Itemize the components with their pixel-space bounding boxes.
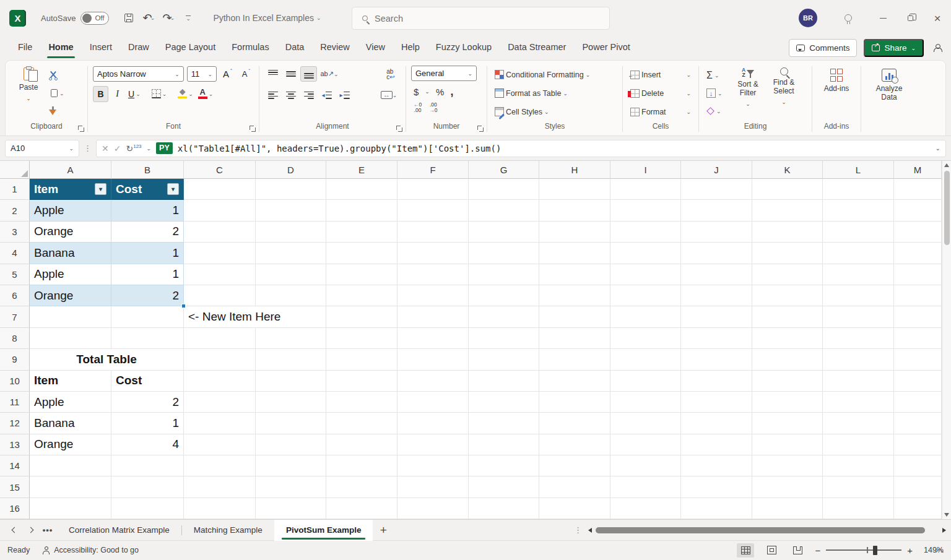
cell-A1[interactable]: Item▾ [30,179,111,200]
cell-G10[interactable] [469,371,539,392]
cell-E13[interactable] [326,434,397,455]
cell-E12[interactable] [326,413,397,434]
cell-I16[interactable] [610,498,681,519]
cell-I14[interactable] [610,455,681,476]
cell-D4[interactable] [256,243,326,264]
ribbon-tab-data-streamer[interactable]: Data Streamer [500,36,574,60]
redo-button[interactable]: ↷⌄ [160,9,177,27]
orientation-button[interactable]: ab↗⌄ [318,66,341,82]
row-header-6[interactable]: 6 [0,285,30,306]
cell-J10[interactable] [681,371,752,392]
number-format-select[interactable]: General⌄ [411,66,477,81]
cell-H8[interactable] [539,328,610,349]
cell-B1[interactable]: Cost▾ [111,179,184,200]
row-header-3[interactable]: 3 [0,222,30,243]
cell-J6[interactable] [681,285,752,306]
bold-button[interactable]: B [93,86,108,102]
insert-cells-button[interactable]: ←Insert⌄ [628,66,693,83]
ribbon-tab-help[interactable]: Help [393,36,428,60]
autosave-toggle[interactable]: Off [80,12,109,25]
cell-C15[interactable] [184,476,256,498]
cell-H9[interactable] [539,349,610,370]
cell-M2[interactable] [894,200,942,221]
row-header-4[interactable]: 4 [0,243,30,264]
cell-I15[interactable] [610,476,681,498]
cell-G4[interactable] [469,243,539,264]
cell-E1[interactable] [326,179,397,200]
excel-app-icon[interactable]: X [9,10,26,27]
formula-input[interactable]: ✕ ✓ ↻123 ⌄ PY xl("Table1[#All]", headers… [96,140,946,157]
cell-F1[interactable] [397,179,469,200]
cell-L13[interactable] [823,434,894,455]
autosum-button[interactable]: Σ⌄ [704,67,730,84]
zoom-out-button[interactable]: − [815,546,820,555]
autosave-control[interactable]: AutoSave Off [41,12,109,25]
filter-button-B1[interactable]: ▾ [167,183,179,195]
cell-D9[interactable] [256,349,326,370]
format-painter-button[interactable] [46,103,67,119]
comma-style-button[interactable]: , [450,88,453,95]
row-header-7[interactable]: 7 [0,306,30,327]
cell-L3[interactable] [823,222,894,243]
dialog-launcher-icon[interactable] [249,125,256,132]
cell-H5[interactable] [539,264,610,285]
cell-G12[interactable] [469,413,539,434]
cell-L7[interactable] [823,306,894,327]
cell-G1[interactable] [469,179,539,200]
python-run-icon[interactable]: ↻123 [126,144,141,153]
accessibility-status[interactable]: Accessibility: Good to go [42,546,139,554]
italic-button[interactable]: I [110,86,125,102]
ribbon-tab-fuzzy-lookup[interactable]: Fuzzy Lookup [428,36,500,60]
font-color-button[interactable]: A⌄ [196,86,215,102]
cell-J16[interactable] [681,498,752,519]
cell-B5[interactable]: 1 [111,264,184,285]
cell-A8[interactable] [30,328,111,349]
cell-J1[interactable] [681,179,752,200]
align-right-button[interactable] [300,87,317,103]
row-header-2[interactable]: 2 [0,200,30,221]
decrease-indent-button[interactable]: ◂ [318,87,335,103]
cell-I5[interactable] [610,264,681,285]
ribbon-tab-insert[interactable]: Insert [82,36,120,60]
cell-G14[interactable] [469,455,539,476]
horizontal-scrollbar[interactable] [588,527,946,533]
cell-J7[interactable] [681,306,752,327]
cell-G16[interactable] [469,498,539,519]
increase-decimal-button[interactable]: ←0.00 [414,102,422,113]
cell-A16[interactable] [30,498,111,519]
cell-C4[interactable] [184,243,256,264]
cell-F10[interactable] [397,371,469,392]
row-header-13[interactable]: 13 [0,434,30,455]
cell-E15[interactable] [326,476,397,498]
comments-button[interactable]: Comments [789,39,857,57]
cell-L4[interactable] [823,243,894,264]
cell-A9[interactable]: Total Table [30,349,184,370]
cell-L9[interactable] [823,349,894,370]
cell-D8[interactable] [256,328,326,349]
cell-I6[interactable] [610,285,681,306]
cell-E2[interactable] [326,200,397,221]
cell-D13[interactable] [256,434,326,455]
font-name-select[interactable]: Aptos Narrow⌄ [93,66,184,82]
align-left-button[interactable] [264,87,281,103]
cell-styles-button[interactable]: Cell Styles⌄ [492,103,617,120]
cell-G8[interactable] [469,328,539,349]
column-header-K[interactable]: K [752,161,823,179]
cell-M8[interactable] [894,328,942,349]
cell-G7[interactable] [469,306,539,327]
cell-B6[interactable]: 2 [111,285,184,306]
select-all-corner[interactable] [0,161,30,179]
cell-E4[interactable] [326,243,397,264]
addins-button[interactable]: Add-ins [819,64,854,121]
person-icon[interactable] [933,44,942,52]
cut-button[interactable] [46,67,67,84]
cell-I8[interactable] [610,328,681,349]
cell-F7[interactable] [397,306,469,327]
cell-H14[interactable] [539,455,610,476]
horizontal-scroll-thumb[interactable] [596,527,925,533]
cell-I12[interactable] [610,413,681,434]
row-header-12[interactable]: 12 [0,413,30,434]
align-top-button[interactable] [264,66,281,82]
cell-D14[interactable] [256,455,326,476]
cell-L5[interactable] [823,264,894,285]
